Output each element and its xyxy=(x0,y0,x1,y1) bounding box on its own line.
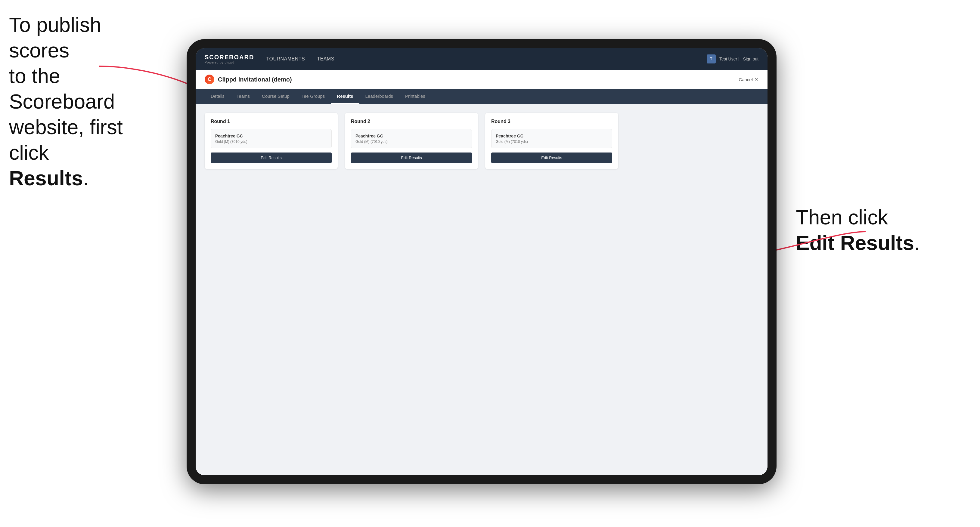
nav-tournaments[interactable]: TOURNAMENTS xyxy=(266,56,305,62)
tournament-title: Clippd Invitational (demo) xyxy=(218,76,292,83)
round-1-course-name: Peachtree GC xyxy=(215,133,327,138)
logo-area: SCOREBOARD Powered by clippd xyxy=(205,54,254,64)
tablet-frame: SCOREBOARD Powered by clippd TOURNAMENTS… xyxy=(187,39,776,484)
logo-text: SCOREBOARD xyxy=(205,54,254,61)
round-1-course-card: Peachtree GC Gold (M) (7010 yds) xyxy=(211,129,332,148)
round-2-course-card: Peachtree GC Gold (M) (7010 yds) xyxy=(351,129,472,148)
tournament-header: C Clippd Invitational (demo) Cancel ✕ xyxy=(196,70,767,89)
round-2-course-detail: Gold (M) (7010 yds) xyxy=(355,140,468,144)
tab-course-setup[interactable]: Course Setup xyxy=(256,89,296,104)
tab-results[interactable]: Results xyxy=(331,89,359,104)
round-2-edit-results-button[interactable]: Edit Results xyxy=(351,152,472,163)
round-1-course-detail: Gold (M) (7010 yds) xyxy=(215,140,327,144)
round-3-edit-results-button[interactable]: Edit Results xyxy=(491,152,612,163)
instruction-line4: click Results. xyxy=(9,141,89,189)
tabs-bar: Details Teams Course Setup Tee Groups Re… xyxy=(196,89,767,104)
tournament-title-area: C Clippd Invitational (demo) xyxy=(205,75,292,84)
round-1-card: Round 1 Peachtree GC Gold (M) (7010 yds)… xyxy=(205,113,338,169)
logo-sub: Powered by clippd xyxy=(205,61,254,64)
nav-right: T Test User | Sign out xyxy=(707,54,759,63)
cancel-button[interactable]: Cancel ✕ xyxy=(738,77,759,82)
tablet-screen: SCOREBOARD Powered by clippd TOURNAMENTS… xyxy=(196,48,767,475)
tab-teams[interactable]: Teams xyxy=(231,89,256,104)
tab-printables[interactable]: Printables xyxy=(399,89,431,104)
round-3-course-detail: Gold (M) (7010 yds) xyxy=(496,140,608,144)
instruction-line1: To publish scores xyxy=(9,13,101,62)
round-1-title: Round 1 xyxy=(211,119,332,124)
user-label: Test User | xyxy=(719,57,740,61)
sign-out-link[interactable]: Sign out xyxy=(743,57,759,61)
round-3-course-card: Peachtree GC Gold (M) (7010 yds) xyxy=(491,129,612,148)
round-2-title: Round 2 xyxy=(351,119,472,124)
c-logo: C xyxy=(205,75,214,84)
tab-tee-groups[interactable]: Tee Groups xyxy=(296,89,331,104)
rounds-grid: Round 1 Peachtree GC Gold (M) (7010 yds)… xyxy=(205,113,759,169)
round-2-course-name: Peachtree GC xyxy=(355,133,468,138)
round-3-course-name: Peachtree GC xyxy=(496,133,608,138)
round-2-card: Round 2 Peachtree GC Gold (M) (7010 yds)… xyxy=(345,113,478,169)
round-3-card: Round 3 Peachtree GC Gold (M) (7010 yds)… xyxy=(485,113,618,169)
tab-leaderboards[interactable]: Leaderboards xyxy=(360,89,399,104)
round-1-edit-results-button[interactable]: Edit Results xyxy=(211,152,332,163)
tab-details[interactable]: Details xyxy=(205,89,231,104)
user-avatar: T xyxy=(707,54,716,63)
empty-slot xyxy=(625,113,759,169)
nav-links: TOURNAMENTS TEAMS xyxy=(266,56,707,62)
round-3-title: Round 3 xyxy=(491,119,612,124)
nav-teams[interactable]: TEAMS xyxy=(317,56,334,62)
navbar: SCOREBOARD Powered by clippd TOURNAMENTS… xyxy=(196,48,767,70)
content-area: Round 1 Peachtree GC Gold (M) (7010 yds)… xyxy=(196,104,767,475)
